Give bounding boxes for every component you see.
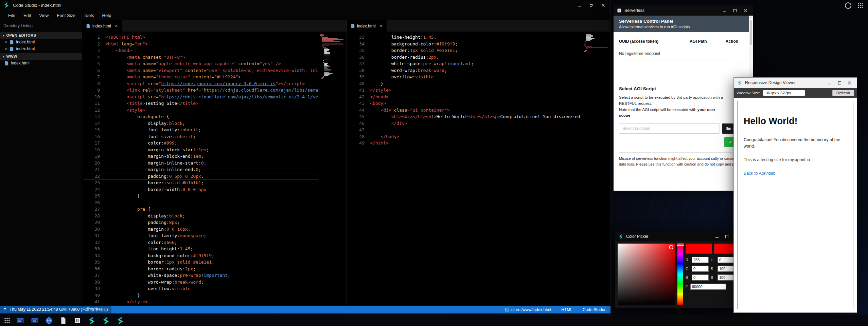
rdv-title-bar[interactable]: Responsive Design Viewer — [734, 78, 857, 88]
taskbar-icon-serverless[interactable] — [73, 317, 82, 325]
sv-cursor[interactable] — [669, 245, 673, 249]
code-editor[interactable]: 1234567891011121314151617181920212223242… — [82, 32, 347, 306]
file-name: index.html — [16, 46, 35, 51]
line-number: 34 — [347, 41, 365, 47]
close-icon[interactable]: ✕ — [5, 40, 7, 44]
sidebar-file-item[interactable]: index.html — [0, 60, 82, 66]
minimize-button[interactable] — [715, 235, 719, 238]
loader-circle-icon[interactable] — [845, 2, 851, 9]
serverless-title-bar[interactable]: Serverless — [614, 5, 753, 16]
menu-edit[interactable]: Edit — [19, 13, 35, 18]
taskbar-icon-window-blue-2[interactable] — [31, 317, 39, 325]
code-line: border:solid #b1b1b1; — [105, 179, 318, 186]
code-editor[interactable]: 3334353637383940414243444546474849 line-… — [347, 32, 611, 306]
start-menu-icon[interactable] — [4, 318, 10, 324]
code-line: background-color:#f9f9f9; — [370, 41, 582, 47]
red-input[interactable] — [692, 257, 709, 263]
hue-slider[interactable] — [677, 244, 683, 305]
code-line: } — [370, 80, 582, 87]
line-number: 47 — [347, 127, 365, 133]
tab-index-html[interactable]: index.html ✕ — [82, 20, 122, 32]
minimize-button[interactable] — [723, 9, 726, 13]
code-line: <div class="ui container"> — [370, 107, 582, 114]
hue-input[interactable] — [718, 257, 734, 263]
line-number: 23 — [82, 179, 100, 186]
menu-font-size[interactable]: Font Size — [53, 13, 79, 18]
status-datetime[interactable]: Thu May 11 2023 21:54:48 GMT+0800 (台北標準時… — [0, 306, 111, 313]
taskbar-icon-code-studio[interactable] — [88, 317, 96, 325]
close-button[interactable] — [744, 9, 747, 13]
taskbar-icon-document[interactable] — [59, 317, 67, 325]
menu-help[interactable]: Help — [98, 13, 116, 18]
line-number: 48 — [347, 133, 365, 140]
minimap[interactable] — [320, 34, 346, 79]
datetime-text: Thu May 11 2023 21:54:48 GMT+0800 (台北標準時… — [10, 307, 108, 312]
close-button[interactable] — [601, 3, 605, 7]
maximize-button[interactable] — [725, 235, 729, 238]
taskbar-icon-code-studio-3[interactable] — [116, 317, 124, 325]
status-bar: Thu May 11 2023 21:54:48 GMT+0800 (台北標準時… — [0, 306, 610, 313]
close-tab-icon[interactable]: ✕ — [379, 24, 383, 28]
tab-index-html[interactable]: index.html ✕ — [347, 20, 387, 32]
sidebar-file-item[interactable]: ✕index.html — [0, 39, 82, 45]
code-line: border-radius:2px; — [105, 266, 318, 272]
color-picker-title-bar[interactable]: Color Picker — [615, 232, 744, 241]
code-line: <!DOCTYPE html> — [105, 34, 318, 41]
status-file[interactable]: store:/www/index.html — [505, 307, 551, 312]
close-button[interactable] — [848, 81, 851, 85]
code-line: font-family:inherit; — [105, 127, 318, 133]
title-bar[interactable]: Code Studio - index.html — [0, 0, 610, 10]
restore-button[interactable] — [589, 3, 593, 7]
sidebar-file-item[interactable]: ✕index.html — [0, 45, 82, 52]
tab-label: index.html — [357, 24, 376, 28]
sidebar-section-www[interactable]: ▾WWW — [0, 53, 82, 60]
taskbar-icon-window-blue[interactable] — [16, 317, 24, 325]
code-line: margin-block-start:1em; — [105, 147, 318, 153]
maximize-button[interactable] — [733, 9, 737, 13]
taskbar — [0, 315, 868, 326]
code-line: padding:8px; — [105, 219, 318, 226]
blue-input[interactable] — [692, 274, 709, 281]
refresh-button[interactable]: Refresh — [832, 90, 854, 96]
line-number: 16 — [82, 133, 100, 140]
line-number: 2 — [82, 41, 100, 47]
code-line: } — [105, 193, 318, 199]
menu-view[interactable]: View — [35, 13, 53, 18]
minimize-button[interactable] — [828, 81, 832, 85]
minimap[interactable] — [584, 34, 610, 52]
saturation-input[interactable] — [718, 266, 734, 272]
color-picker-window: Color Picker RHGSBB # — [615, 232, 744, 308]
file-icon — [5, 61, 8, 65]
close-icon[interactable]: ✕ — [5, 47, 7, 51]
code-line: <meta name="viewport" content="user-scal… — [105, 67, 318, 74]
column-header: Action — [726, 36, 747, 47]
code-line: background-color:#f9f9f9; — [105, 252, 318, 259]
code-line: word-wrap:break-word; — [370, 67, 582, 74]
scroll-up-icon[interactable]: ▲ — [749, 16, 752, 18]
back-link[interactable]: Back to Aprintlab — [744, 171, 776, 176]
hue-cursor[interactable] — [677, 244, 684, 246]
file-icon — [86, 24, 90, 28]
menu-file[interactable]: File — [4, 13, 19, 18]
taskbar-icon-browser[interactable] — [45, 317, 53, 325]
taskbar-icon-code-studio-2[interactable] — [102, 317, 110, 325]
desktop-apps-grid-icon[interactable] — [857, 3, 863, 8]
sidebar-section-open-editors[interactable]: ▾OPEN EDITORS — [0, 32, 82, 39]
hex-input[interactable] — [690, 284, 726, 290]
scrollbar-thumb[interactable] — [750, 20, 752, 45]
current-color-swatch — [686, 244, 712, 254]
code-line: <meta name="theme-color" content="#ff922… — [105, 74, 318, 80]
green-input[interactable] — [692, 266, 709, 272]
brightness-input[interactable] — [718, 274, 734, 281]
script-location-input[interactable] — [619, 123, 720, 134]
status-app[interactable]: Code Studio — [583, 307, 605, 312]
menu-tools[interactable]: Tools — [79, 13, 98, 18]
close-tab-icon[interactable]: ✕ — [115, 24, 118, 28]
maximize-button[interactable] — [838, 81, 842, 85]
saturation-value-area[interactable] — [618, 244, 675, 305]
minimize-button[interactable] — [578, 3, 581, 7]
line-number: 24 — [82, 186, 100, 193]
code-line: <h1><br></h1><h1>Hello World!<br></h1><p… — [370, 113, 582, 120]
status-language[interactable]: HTML — [561, 307, 572, 312]
rdv-toolbar: Window Size: 361px x 627px Refresh — [734, 88, 857, 98]
